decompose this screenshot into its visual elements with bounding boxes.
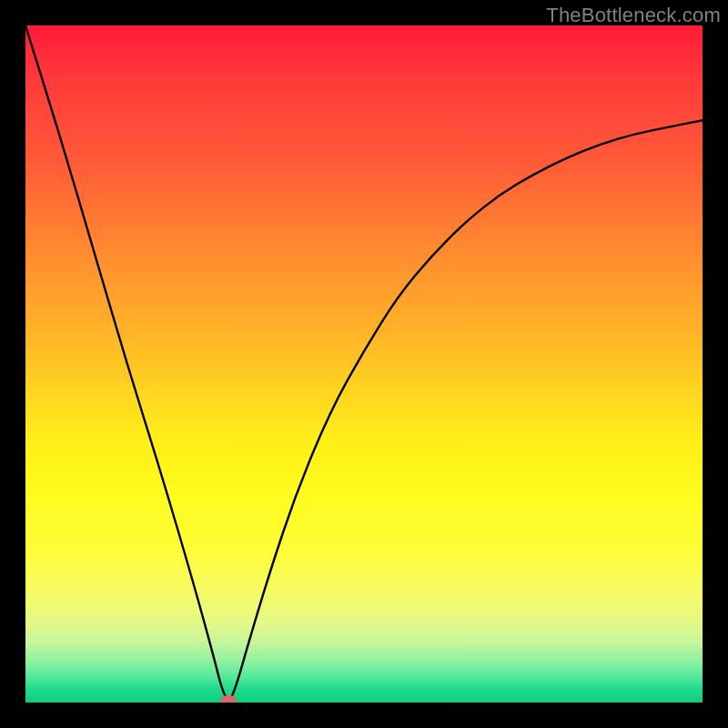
minimum-marker: [220, 695, 237, 703]
bottleneck-curve-svg: [25, 25, 703, 703]
bottleneck-curve-path: [25, 25, 703, 699]
watermark-text: TheBottleneck.com: [546, 4, 721, 27]
plot-area: [25, 25, 703, 703]
chart-frame: TheBottleneck.com: [0, 0, 728, 728]
